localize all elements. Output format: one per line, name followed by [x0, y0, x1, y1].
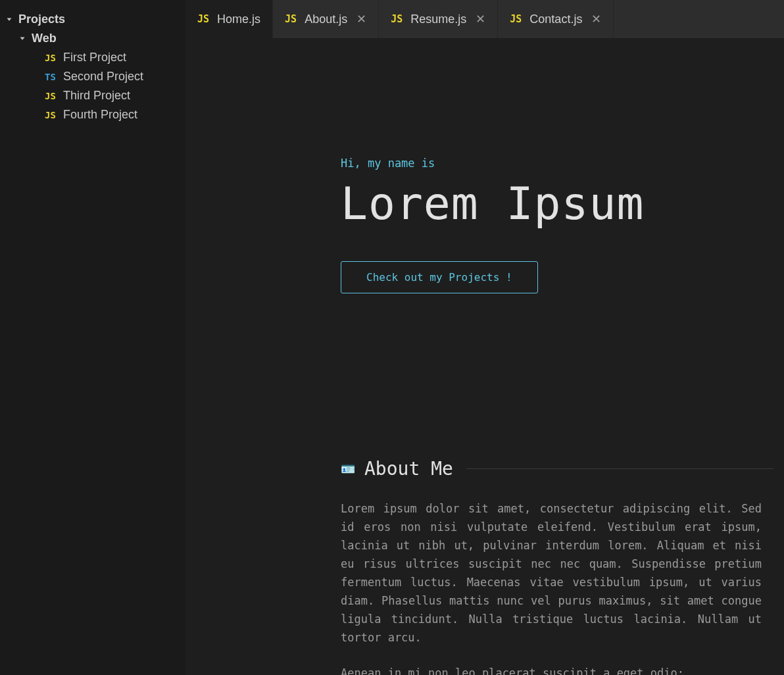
tab-home[interactable]: JS Home.js: [185, 0, 273, 38]
tab-about[interactable]: JS About.js ✕: [273, 0, 379, 38]
sidebar-file-label: First Project: [63, 51, 126, 64]
tab-bar: JS Home.js JS About.js ✕ JS Resume.js ✕ …: [185, 0, 784, 38]
about-section: 🪪 About Me Lorem ipsum dolor sit amet, c…: [341, 458, 773, 675]
tab-label: Resume.js: [410, 12, 466, 26]
about-paragraph: Lorem ipsum dolor sit amet, consectetur …: [341, 499, 762, 647]
chevron-down-icon: [4, 14, 14, 25]
js-icon: JS: [45, 110, 61, 120]
sidebar-file[interactable]: JS Third Project: [0, 86, 185, 105]
close-icon[interactable]: ✕: [591, 13, 601, 25]
sidebar: Projects Web JS First Project TS Second …: [0, 0, 185, 675]
sidebar-file[interactable]: JS First Project: [0, 48, 185, 67]
close-icon[interactable]: ✕: [476, 13, 485, 25]
js-icon: JS: [391, 13, 403, 25]
sidebar-file-label: Third Project: [63, 89, 130, 103]
tab-label: About.js: [305, 12, 347, 26]
ts-icon: TS: [45, 72, 61, 82]
tab-label: Contact.js: [529, 12, 582, 26]
sidebar-file[interactable]: JS Fourth Project: [0, 105, 185, 124]
hero-greeting: Hi, my name is: [341, 157, 773, 170]
sidebar-root-label: Projects: [18, 12, 65, 26]
js-icon: JS: [45, 53, 61, 63]
js-icon: JS: [510, 13, 522, 25]
hero-name: Lorem Ipsum: [341, 178, 773, 230]
close-icon[interactable]: ✕: [356, 13, 366, 25]
tab-resume[interactable]: JS Resume.js ✕: [379, 0, 498, 38]
tab-label: Home.js: [217, 12, 260, 26]
cta-projects-button[interactable]: Check out my Projects !: [341, 261, 538, 293]
about-paragraph: Aenean in mi non leo placerat suscipit a…: [341, 664, 762, 675]
sidebar-file-label: Second Project: [63, 70, 143, 84]
editor-area: JS Home.js JS About.js ✕ JS Resume.js ✕ …: [185, 0, 784, 675]
chevron-down-icon: [17, 34, 28, 44]
sidebar-root-projects[interactable]: Projects: [0, 10, 185, 29]
section-rule: [466, 468, 773, 469]
js-icon: JS: [197, 13, 209, 25]
page-content: Hi, my name is Lorem Ipsum Check out my …: [185, 38, 784, 675]
js-icon: JS: [45, 91, 61, 101]
about-heading: About Me: [364, 458, 453, 480]
js-icon: JS: [285, 13, 297, 25]
sidebar-folder-label: Web: [32, 32, 57, 45]
sidebar-folder-web[interactable]: Web: [0, 29, 185, 48]
sidebar-file[interactable]: TS Second Project: [0, 67, 185, 86]
id-card-icon: 🪪: [341, 462, 355, 476]
tab-contact[interactable]: JS Contact.js ✕: [498, 0, 614, 38]
sidebar-file-label: Fourth Project: [63, 108, 137, 122]
